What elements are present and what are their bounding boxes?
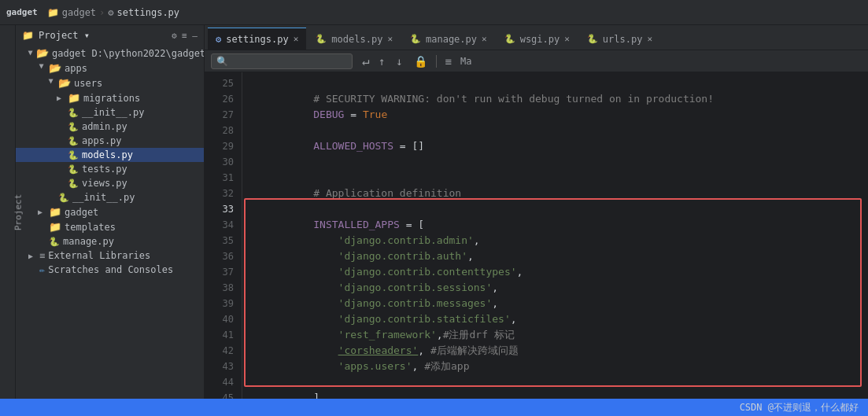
tree-label-users: users	[74, 78, 102, 89]
tree-item-users[interactable]: ▶ 📂 users	[16, 75, 204, 90]
folder-open-icon: 📂	[58, 77, 71, 89]
line-num-44: 44	[205, 374, 242, 390]
code-line-45	[252, 390, 859, 399]
settings-icon: ⚙	[216, 34, 221, 45]
up-arrow-btn[interactable]: ↑	[376, 53, 387, 69]
search-box[interactable]: 🔍	[211, 53, 353, 69]
line-num-42: 42	[205, 343, 242, 359]
tree-label-init2: __init__.py	[72, 192, 135, 203]
tree-item-templates[interactable]: 📁 templates	[16, 219, 204, 234]
tab-close-manage[interactable]: ✕	[482, 34, 487, 44]
comment-text: # SECURITY WARNING: don't run with debug…	[313, 93, 714, 105]
toolbar-more: Ma	[460, 56, 471, 67]
filter-btn[interactable]: ≡	[443, 53, 454, 69]
tree-label-tests: tests.py	[82, 164, 127, 175]
line-num-35: 35	[205, 233, 242, 248]
py-icon: 🐍	[58, 193, 69, 203]
tab-label-wsgi: wsgi.py	[520, 34, 560, 45]
lock-btn[interactable]: 🔒	[412, 53, 430, 69]
folder-icon: 📁	[68, 92, 80, 104]
line-num-31: 31	[205, 170, 242, 186]
line-num-37: 37	[205, 264, 242, 280]
line-num-36: 36	[205, 248, 242, 264]
status-bar: CSDN @不进则退，什么都好	[0, 399, 868, 416]
tabs-bar: ⚙ settings.py ✕ 🐍 models.py ✕ 🐍 manage.p…	[205, 25, 868, 50]
tree-label-apps: apps	[65, 63, 87, 74]
tree-label-gadget-root: gadget D:\python2022\gadget	[52, 48, 205, 59]
tree-label-ext-libs: External Libraries	[48, 250, 150, 261]
line-num-32: 32	[205, 186, 242, 201]
line-num-28: 28	[205, 123, 242, 138]
chevron-icon: ▶	[47, 79, 56, 87]
tab-close-settings[interactable]: ✕	[294, 34, 299, 44]
title-bar: gadget 📁 gadget › ⚙️ settings.py	[0, 0, 868, 25]
tree-label-admin: admin.py	[82, 121, 127, 132]
tree-item-models[interactable]: 🐍 models.py	[16, 148, 204, 162]
folder-open-icon: 📂	[49, 62, 61, 74]
sidebar-header: 📁 Project ▾ ⚙ ≡ —	[16, 25, 204, 46]
tab-urls[interactable]: 🐍 urls.py ✕	[579, 28, 660, 50]
tree-item-scratches[interactable]: ✏ Scratches and Consoles	[16, 263, 204, 277]
folder-icon: 📁	[49, 206, 61, 218]
enter-icon: ↵	[362, 53, 370, 68]
tab-wsgi[interactable]: 🐍 wsgi.py ✕	[497, 28, 578, 50]
tree-item-gadget2[interactable]: ▶ 📁 gadget	[16, 204, 204, 219]
code-line-33: INSTALLED_APPS = [	[252, 201, 859, 217]
lib-icon: ≡	[39, 250, 45, 261]
line-num-34: 34	[205, 217, 242, 233]
tree-item-apps-py[interactable]: 🐍 apps.py	[16, 134, 204, 148]
tab-close-wsgi[interactable]: ✕	[564, 34, 570, 44]
breadcrumb-file: settings.py	[117, 7, 179, 18]
py-icon: 🐍	[68, 179, 79, 189]
tab-label-models: models.py	[331, 34, 382, 45]
tab-label-settings: settings.py	[226, 34, 288, 45]
py-icon: 🐍	[68, 108, 79, 118]
tree-item-init2[interactable]: 🐍 __init__.py	[16, 190, 204, 204]
folder-icon: 📁	[47, 7, 59, 18]
line-numbers: 25 26 27 28 29 30 31 32 33 34 35 36 37 3…	[205, 72, 242, 399]
tree-item-views[interactable]: 🐍 views.py	[16, 176, 204, 190]
watermark-text: CSDN @不进则退，什么都好	[740, 401, 859, 414]
line-num-39: 39	[205, 296, 242, 311]
code-editor: 25 26 27 28 29 30 31 32 33 34 35 36 37 3…	[205, 72, 868, 399]
scratches-icon: ✏	[39, 264, 45, 275]
file-tree: 📁 Project ▾ ⚙ ≡ — ▶ 📂 gadget D:\python20…	[16, 25, 205, 399]
file-icon: ⚙️	[108, 7, 113, 18]
tab-models[interactable]: 🐍 models.py ✕	[308, 28, 401, 50]
search-icon: 🔍	[216, 56, 228, 67]
line-num-29: 29	[205, 138, 242, 154]
tree-item-init1[interactable]: 🐍 __init__.py	[16, 105, 204, 120]
tab-settings[interactable]: ⚙ settings.py ✕	[208, 28, 306, 50]
down-arrow-btn[interactable]: ↓	[393, 53, 404, 69]
tree-item-gadget-root[interactable]: ▶ 📂 gadget D:\python2022\gadget	[16, 46, 204, 61]
tree-label-apps-py: apps.py	[82, 135, 122, 146]
line-num-45: 45	[205, 390, 242, 399]
py-icon: 🐍	[410, 34, 421, 44]
code-content[interactable]: # SECURITY WARNING: don't run with debug…	[242, 72, 868, 399]
search-input[interactable]	[228, 56, 347, 67]
tree-label-migrations: migrations	[83, 93, 140, 104]
line-num-27: 27	[205, 107, 242, 123]
chevron-icon: ▶	[28, 252, 36, 260]
code-line-28: ALLOWED_HOSTS = []	[252, 123, 859, 138]
tab-label-urls: urls.py	[603, 34, 643, 45]
tree-item-admin[interactable]: 🐍 admin.py	[16, 120, 204, 134]
tree-item-manage[interactable]: 🐍 manage.py	[16, 234, 204, 248]
tree-item-tests[interactable]: 🐍 tests.py	[16, 162, 204, 176]
toolbar-icons: ⚙ ≡ —	[172, 31, 198, 41]
tree-item-migrations[interactable]: ▶ 📁 migrations	[16, 90, 204, 105]
tree-item-ext-libs[interactable]: ▶ ≡ External Libraries	[16, 248, 204, 263]
folder-icon: 📁	[49, 221, 61, 233]
line-num-25: 25	[205, 75, 242, 91]
py-icon: 🐍	[587, 34, 598, 44]
tab-manage[interactable]: 🐍 manage.py ✕	[402, 28, 495, 50]
tree-item-apps[interactable]: ▶ 📂 apps	[16, 61, 204, 75]
line-num-33: 33	[205, 201, 242, 217]
tab-close-models[interactable]: ✕	[387, 34, 393, 44]
folder-icon: 📁	[22, 30, 34, 41]
folder-open-icon: 📂	[36, 47, 49, 59]
tab-close-urls[interactable]: ✕	[647, 34, 652, 44]
editor-toolbar: 🔍 ↵ ↑ ↓ 🔒 ≡ Ma	[205, 50, 868, 72]
app-logo: gadget	[6, 7, 38, 17]
project-panel-label: Project	[13, 193, 24, 230]
